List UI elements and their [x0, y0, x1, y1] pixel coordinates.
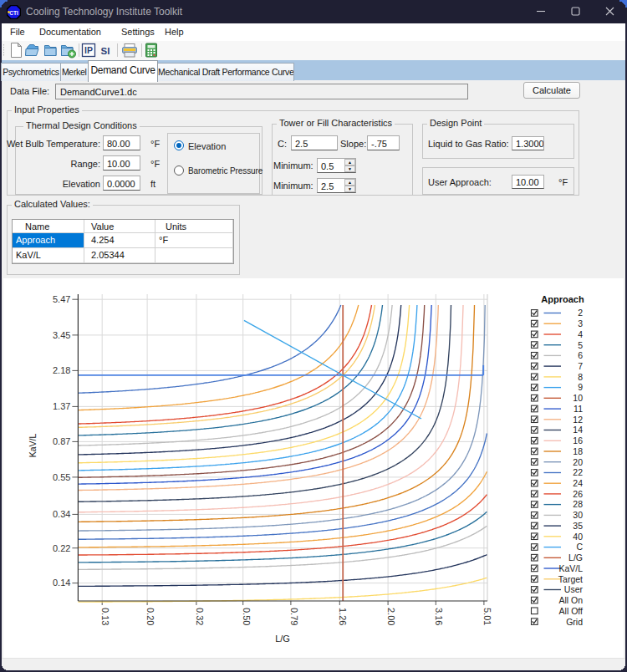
svg-text:0.13: 0.13 — [100, 608, 110, 625]
svg-text:18: 18 — [573, 446, 583, 456]
svg-text:0.22: 0.22 — [53, 543, 70, 553]
svg-text:Approach: Approach — [541, 294, 584, 304]
svg-text:5.01: 5.01 — [482, 608, 492, 625]
svg-text:35: 35 — [573, 521, 583, 531]
svg-text:0.14: 0.14 — [53, 578, 70, 588]
svg-text:3.16: 3.16 — [434, 608, 444, 625]
svg-text:1.37: 1.37 — [53, 401, 70, 411]
svg-text:10: 10 — [573, 393, 583, 403]
svg-text:0.87: 0.87 — [53, 436, 70, 446]
svg-text:16: 16 — [573, 435, 583, 445]
svg-text:All Off: All Off — [559, 606, 583, 616]
svg-text:All On: All On — [558, 595, 583, 605]
svg-text:L/G: L/G — [568, 552, 583, 563]
svg-text:C: C — [576, 542, 583, 552]
svg-text:KaV/L: KaV/L — [28, 434, 38, 458]
svg-text:0.34: 0.34 — [53, 509, 70, 519]
svg-text:KaV/L: KaV/L — [558, 563, 583, 573]
svg-text:5: 5 — [578, 340, 583, 350]
svg-text:Target: Target — [558, 574, 583, 584]
svg-text:0.20: 0.20 — [145, 608, 155, 625]
svg-text:5.47: 5.47 — [53, 294, 70, 304]
svg-text:CTI: CTI — [9, 10, 18, 16]
svg-text:30: 30 — [573, 510, 583, 520]
svg-text:14: 14 — [573, 425, 583, 435]
svg-text:3: 3 — [578, 318, 583, 328]
svg-text:40: 40 — [573, 532, 583, 542]
svg-text:0.79: 0.79 — [289, 608, 299, 625]
svg-text:12: 12 — [573, 415, 583, 425]
svg-text:9: 9 — [578, 382, 583, 392]
svg-text:6: 6 — [578, 350, 583, 360]
svg-text:SI: SI — [101, 46, 110, 56]
svg-text:3.45: 3.45 — [53, 330, 70, 340]
svg-text:IP: IP — [84, 45, 93, 55]
svg-text:0.32: 0.32 — [195, 608, 205, 625]
svg-text:0.55: 0.55 — [53, 472, 70, 482]
svg-text:Grid: Grid — [566, 617, 583, 627]
svg-text:4: 4 — [578, 329, 583, 339]
svg-text:L/G: L/G — [275, 634, 290, 644]
svg-text:28: 28 — [573, 499, 583, 509]
svg-text:11: 11 — [573, 404, 583, 414]
svg-text:0.50: 0.50 — [242, 608, 252, 625]
svg-text:2: 2 — [578, 308, 583, 318]
svg-text:7: 7 — [578, 361, 583, 371]
svg-text:26: 26 — [573, 489, 583, 499]
svg-text:2.00: 2.00 — [386, 608, 396, 625]
svg-text:1.26: 1.26 — [338, 608, 348, 625]
svg-text:20: 20 — [573, 457, 583, 467]
svg-text:2.18: 2.18 — [53, 365, 70, 375]
svg-text:24: 24 — [573, 478, 583, 488]
svg-text:8: 8 — [578, 372, 583, 382]
svg-text:22: 22 — [573, 467, 583, 477]
svg-text:User: User — [564, 584, 584, 594]
